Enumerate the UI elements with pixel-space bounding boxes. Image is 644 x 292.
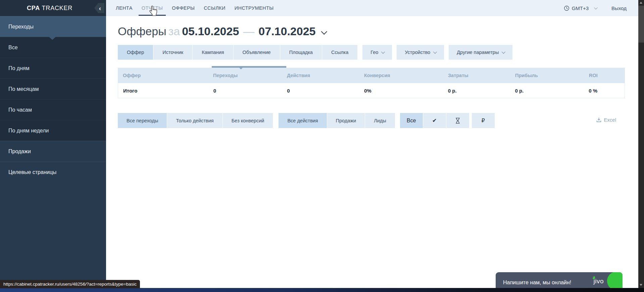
tab-label: Ссылка [331,50,348,55]
action-filter-group: Все действия Продажи Лиды [279,113,395,128]
sidebar-item-label: Все [8,45,18,50]
chevron-left-icon: ‹ [99,5,101,11]
timezone-label: GMT+3 [572,5,589,11]
filter-status-all[interactable]: Все [400,113,423,128]
check-icon: ✔ [432,117,437,124]
clock-icon [564,5,569,11]
sidebar-item-label: По месяцам [8,86,39,92]
filter-leads[interactable]: Лиды [365,113,395,128]
chevron-down-icon [502,50,505,54]
report-table: Оффер Переходы Действия Конверсия Затрат… [118,66,625,98]
filter-label: Без конверсий [232,118,264,123]
excel-label: Excel [604,117,616,123]
sidebar-item-perehody[interactable]: Переходы [0,16,106,37]
vertical-scrollbar[interactable] [638,0,644,292]
sidebar-item-label: По дням недели [8,128,49,133]
filter-label: Только действия [176,118,213,123]
sidebar-item-po-mesyacam[interactable]: По месяцам [0,78,106,99]
chat-message: Напишите нам, мы онлайн! [503,280,571,286]
sidebar-item-vse[interactable]: Все [0,37,106,58]
nav-item-label: ИНСТРУМЕНТЫ [235,5,274,11]
filter-all-actions[interactable]: Все действия [279,113,327,128]
nav-item-offery[interactable]: ОФФЕРЫ [172,0,195,16]
timezone-selector[interactable]: GMT+3 [564,5,597,11]
column-header-deystviya[interactable]: Действия [282,73,359,78]
sort-indicator[interactable] [212,66,286,68]
date-from[interactable]: 05.10.2025 [182,25,239,38]
download-icon [596,117,601,122]
column-header-roi[interactable]: ROI [584,73,625,78]
tab-ssylka[interactable]: Ссылка [322,45,358,60]
logout-link[interactable]: Выход [611,5,627,11]
column-header-offer[interactable]: Оффер [118,73,208,78]
logout-label: Выход [611,5,627,11]
geo-dropdown[interactable]: Гео [362,45,392,60]
totals-costs: 0 р. [443,88,510,94]
sidebar-item-po-dnyam-nedeli[interactable]: По дням недели [0,120,106,141]
date-range-chevron-icon[interactable] [321,28,327,35]
filter-status-pending[interactable] [446,113,469,128]
sidebar: CPA TRACKER ‹ Переходы Все По дням По ме… [0,0,106,292]
sidebar-item-label: По дням [8,65,30,71]
nav-item-lenta[interactable]: ЛЕНТА [116,0,133,16]
dimension-tabs: Оффер Источник Кампания Объявление Площа… [118,45,512,60]
sidebar-item-prodazhi[interactable]: Продажи [0,141,106,162]
other-params-dropdown[interactable]: Другие параметры [449,45,512,60]
chevron-down-icon [433,50,437,54]
sidebar-collapse-button[interactable]: ‹ [94,3,104,13]
status-url-tooltip: https://cabinet.cpatracker.ru/users/4825… [0,280,140,288]
main-nav: ЛЕНТА ОТЧЕТЫ ОФФЕРЫ ССЫЛКИ ИНСТРУМЕНТЫ [106,0,638,16]
totals-conversion: 0% [359,88,443,94]
main-content: Офферыза05.10.2025—07.10.2025 Оффер Исто… [106,16,638,288]
column-header-pribyl[interactable]: Прибыль [510,73,584,78]
nav-item-label: ССЫЛКИ [204,5,226,11]
status-filter-group: Все ✔ [400,113,469,128]
sidebar-item-po-dnyam[interactable]: По дням [0,58,106,78]
nav-item-instrumenty[interactable]: ИНСТРУМЕНТЫ [235,0,274,16]
bottom-bar [0,288,644,292]
hourglass-icon [455,118,460,124]
nav-item-label: ОФФЕРЫ [172,5,195,11]
nav-item-ssylki[interactable]: ССЫЛКИ [204,0,226,16]
nav-item-otchety[interactable]: ОТЧЕТЫ [142,0,163,16]
table-header-row: Оффер Переходы Действия Конверсия Затрат… [118,68,625,83]
title-preposition: за [168,25,180,38]
date-to[interactable]: 07.10.2025 [258,25,315,38]
column-header-zatraty[interactable]: Затраты [443,73,510,78]
sidebar-item-celevye-stranicy[interactable]: Целевые страницы [0,162,106,182]
sidebar-item-po-chasam[interactable]: По часам [0,99,106,120]
chevron-down-icon [594,6,598,9]
column-header-konversiya[interactable]: Конверсия [359,73,443,78]
totals-row: Итого 0 0 0% 0 р. 0 р. 0 % [118,83,625,98]
green-leaf-decoration [607,272,623,290]
scroll-thumb[interactable] [638,6,644,43]
sidebar-menu: Переходы Все По дням По месяцам По часам… [0,16,106,182]
totals-clicks: 0 [208,88,282,94]
traffic-filter-group: Все переходы Только действия Без конверс… [118,113,273,128]
device-dropdown[interactable]: Устройство [397,45,444,60]
excel-export-link[interactable]: Excel [596,117,616,123]
filter-all-clicks[interactable]: Все переходы [118,113,167,128]
dropdown-label: Устройство [405,50,430,55]
tab-ploshchadka[interactable]: Площадка [280,45,322,60]
filter-sales[interactable]: Продажи [327,113,365,128]
tab-istochnik[interactable]: Источник [153,45,193,60]
filter-no-conversions[interactable]: Без конверсий [223,113,273,128]
tab-label: Оффер [127,50,144,55]
filter-only-actions[interactable]: Только действия [167,113,222,128]
tab-offer[interactable]: Оффер [118,45,153,60]
tab-obyavlenie[interactable]: Объявление [234,45,280,60]
tab-kampaniya[interactable]: Кампания [193,45,233,60]
logo-bar: CPA TRACKER ‹ [0,0,106,16]
column-header-perehody[interactable]: Переходы [208,73,282,78]
status-url-text: https://cabinet.cpatracker.ru/users/4825… [3,282,137,287]
filter-currency-ruble[interactable]: ₽ [472,113,495,128]
app-logo: CPA TRACKER [27,5,72,12]
logo-secondary: TRACKER [42,5,73,11]
scroll-up-arrow[interactable] [640,2,642,4]
scroll-down-arrow[interactable] [640,284,642,286]
currency-filter-group: ₽ [472,113,495,128]
totals-roi: 0 % [584,88,625,94]
filter-status-approved[interactable]: ✔ [423,113,446,128]
report-heading: Офферыза05.10.2025—07.10.2025 [118,25,325,38]
